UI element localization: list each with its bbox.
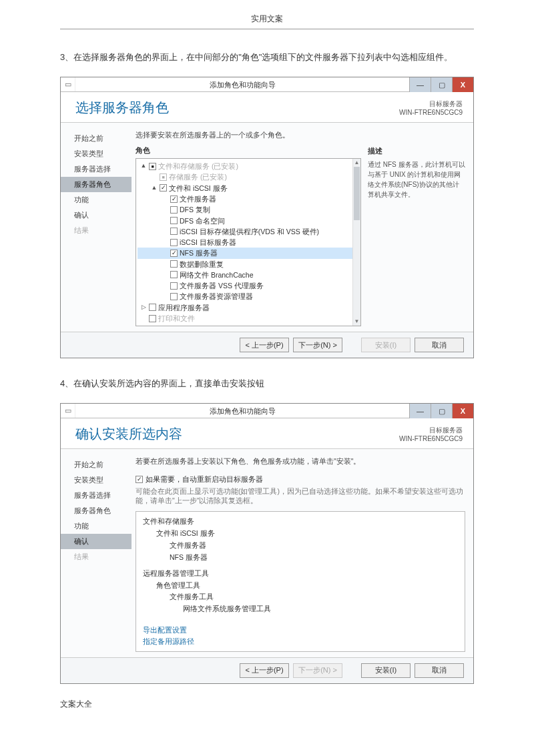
nav-item[interactable]: 服务器角色: [61, 177, 131, 192]
role-checkbox[interactable]: [170, 228, 178, 235]
instruction-text: 若要在所选服务器上安装以下角色、角色服务或功能，请单击"安装"。: [136, 457, 465, 466]
role-item[interactable]: DFS 复制: [138, 204, 359, 215]
export-config-link[interactable]: 导出配置设置: [143, 625, 458, 636]
close-button[interactable]: X: [452, 404, 473, 418]
role-checkbox[interactable]: [170, 282, 178, 290]
nav-item: 结果: [61, 223, 131, 238]
window-title: 添加角色和功能向导: [75, 77, 409, 91]
minimize-button[interactable]: —: [409, 404, 431, 418]
wizard-header: 选择服务器角色 目标服务器 WIN-FTRE6N5CGC9: [61, 92, 473, 123]
note-text: 可能会在此页面上显示可选功能(如管理工具)，因为已自动选择这些功能。如果不希望安…: [136, 487, 465, 506]
nav-item[interactable]: 开始之前: [61, 131, 131, 146]
window-titlebar: ▭ 添加角色和功能向导 — ▢ X: [61, 77, 473, 92]
nav-item: 结果: [61, 549, 131, 564]
close-button[interactable]: X: [452, 77, 473, 92]
confirm-item: 网络文件系统服务管理工具: [143, 603, 458, 615]
role-checkbox[interactable]: [170, 206, 178, 214]
roles-header: 角色: [136, 145, 361, 155]
next-button[interactable]: 下一步(N) >: [293, 338, 342, 352]
role-checkbox[interactable]: [170, 196, 178, 203]
role-checkbox[interactable]: [160, 173, 167, 181]
cancel-button[interactable]: 取消: [415, 338, 464, 352]
tree-twisty-icon[interactable]: ▲: [140, 161, 147, 171]
minimize-button[interactable]: —: [409, 77, 431, 92]
role-label: iSCSI 目标存储提供程序(VDS 和 VSS 硬件): [180, 226, 319, 237]
target-value: WIN-FTRE6N5CGC9: [399, 434, 463, 443]
nav-item[interactable]: 服务器选择: [61, 488, 131, 503]
tree-twisty-icon[interactable]: ▷: [140, 303, 147, 312]
prev-button[interactable]: < 上一步(P): [240, 663, 289, 678]
window-icon: ▭: [61, 77, 75, 91]
role-checkbox[interactable]: [149, 315, 156, 322]
role-label: DFS 命名空间: [180, 216, 225, 226]
role-item[interactable]: iSCSI 目标服务器: [138, 237, 359, 248]
role-item[interactable]: ▷应用程序服务器: [138, 302, 359, 313]
tree-twisty-icon[interactable]: ▲: [151, 183, 158, 193]
nav-item[interactable]: 确认: [61, 208, 131, 223]
nav-item[interactable]: 安装类型: [61, 472, 131, 488]
scroll-up-icon[interactable]: ▲: [353, 159, 360, 167]
role-item[interactable]: 文件服务器: [138, 194, 359, 204]
scroll-down-icon[interactable]: ▼: [353, 318, 360, 326]
nav-item[interactable]: 服务器角色: [61, 503, 131, 518]
nav-item[interactable]: 功能: [61, 518, 131, 534]
role-label: DFS 复制: [180, 204, 210, 215]
role-checkbox[interactable]: [170, 260, 178, 268]
role-checkbox[interactable]: [170, 250, 178, 257]
role-label: 数据删除重复: [180, 259, 224, 270]
role-label: 文件服务器: [180, 194, 216, 204]
maximize-button[interactable]: ▢: [431, 404, 452, 418]
doc-footer: 文案大全: [60, 699, 474, 710]
nav-item[interactable]: 安装类型: [61, 146, 131, 161]
nav-item[interactable]: 功能: [61, 192, 131, 208]
role-item[interactable]: 文件服务器 VSS 代理服务: [138, 280, 359, 291]
role-item[interactable]: ▲文件和 iSCSI 服务: [138, 183, 359, 194]
wizard-header: 确认安装所选内容 目标服务器 WIN-FTRE6N5CGC9: [61, 418, 473, 449]
screenshot-select-roles: ▭ 添加角色和功能向导 — ▢ X 选择服务器角色 目标服务器 WIN-FTRE…: [60, 77, 474, 358]
role-item[interactable]: DFS 命名空间: [138, 216, 359, 226]
scrollbar-thumb[interactable]: [354, 167, 360, 220]
role-checkbox[interactable]: [170, 293, 178, 300]
role-label: 文件和 iSCSI 服务: [169, 183, 228, 194]
role-label: 网络文件 BranchCache: [180, 270, 254, 280]
role-item[interactable]: 打印和文件: [138, 313, 359, 324]
install-button[interactable]: 安装(I): [361, 663, 411, 678]
role-checkbox[interactable]: [170, 271, 178, 278]
confirm-item: 文件和存储服务: [143, 516, 458, 528]
wizard-nav: 开始之前安装类型服务器选择服务器角色功能确认结果: [61, 123, 131, 332]
cancel-button[interactable]: 取消: [415, 663, 464, 678]
scrollbar[interactable]: ▲ ▼: [352, 159, 360, 326]
role-label: 文件和存储服务 (已安装): [158, 161, 238, 171]
role-checkbox[interactable]: [170, 217, 178, 224]
alt-source-link[interactable]: 指定备用源路径: [143, 636, 458, 647]
role-label: 应用程序服务器: [158, 302, 210, 313]
target-value: WIN-FTRE6N5CGC9: [399, 108, 463, 117]
nav-item[interactable]: 服务器选择: [61, 161, 131, 177]
role-item[interactable]: 网络文件 BranchCache: [138, 270, 359, 280]
role-item[interactable]: ▲文件和存储服务 (已安装): [138, 161, 359, 171]
role-checkbox[interactable]: [160, 184, 167, 192]
role-item[interactable]: NFS 服务器: [138, 248, 359, 258]
confirm-item: 远程服务器管理工具: [143, 568, 458, 580]
role-item[interactable]: 文件服务器资源管理器: [138, 291, 359, 302]
role-checkbox[interactable]: [149, 304, 156, 311]
maximize-button[interactable]: ▢: [431, 77, 452, 92]
confirm-item: 文件和 iSCSI 服务: [143, 528, 458, 540]
confirm-item: 文件服务工具: [143, 591, 458, 603]
role-checkbox[interactable]: [170, 239, 178, 246]
description-header: 描述: [368, 145, 465, 157]
auto-restart-checkbox[interactable]: [136, 476, 143, 483]
page-title: 选择服务器角色: [75, 99, 169, 117]
prev-button[interactable]: < 上一步(P): [240, 338, 289, 352]
role-item[interactable]: 存储服务 (已安装): [138, 171, 359, 182]
wizard-nav: 开始之前安装类型服务器选择服务器角色功能确认结果: [61, 449, 131, 657]
screenshot-confirm-install: ▭ 添加角色和功能向导 — ▢ X 确认安装所选内容 目标服务器 WIN-FTR…: [60, 403, 474, 683]
role-checkbox[interactable]: [149, 163, 156, 170]
nav-item[interactable]: 确认: [61, 534, 131, 549]
nav-item[interactable]: 开始之前: [61, 457, 131, 472]
roles-tree: ▲文件和存储服务 (已安装)存储服务 (已安装)▲文件和 iSCSI 服务文件服…: [136, 158, 361, 326]
role-item[interactable]: iSCSI 目标存储提供程序(VDS 和 VSS 硬件): [138, 226, 359, 237]
confirm-list: 文件和存储服务文件和 iSCSI 服务文件服务器NFS 服务器远程服务器管理工具…: [136, 511, 465, 651]
confirm-item: 角色管理工具: [143, 580, 458, 592]
role-item[interactable]: 数据删除重复: [138, 259, 359, 270]
